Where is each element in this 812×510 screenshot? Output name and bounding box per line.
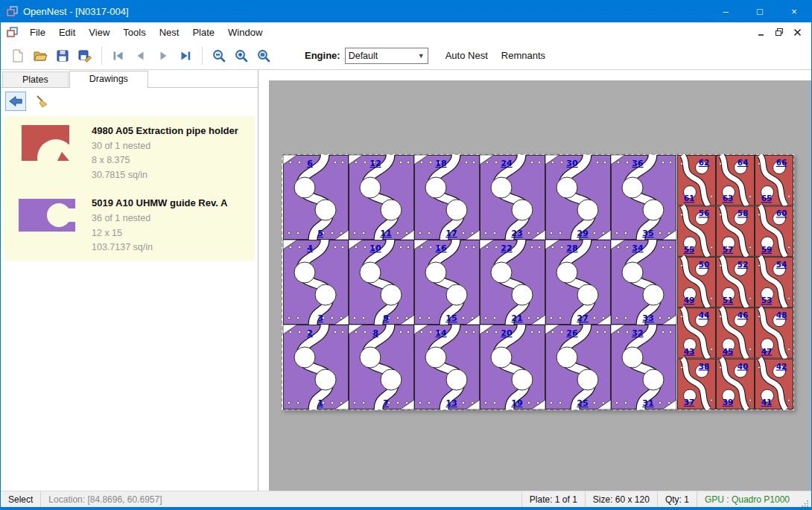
menu-nest[interactable]: Nest: [153, 24, 186, 41]
purple-part-pair[interactable]: 87: [349, 325, 414, 409]
menu-window[interactable]: Window: [221, 24, 269, 41]
save-as-icon: [77, 48, 92, 63]
broom-icon: [34, 94, 48, 109]
part-number-label: 18: [435, 159, 446, 168]
nav-next-button[interactable]: [152, 45, 174, 67]
remnants-button[interactable]: Remnants: [495, 46, 552, 65]
menu-view[interactable]: View: [82, 24, 116, 41]
red-part-pair[interactable]: 5857: [717, 205, 755, 256]
mdi-restore-icon[interactable]: [771, 25, 787, 39]
red-part-pair[interactable]: 6463: [717, 155, 755, 205]
open-button[interactable]: [29, 45, 51, 67]
nest-canvas[interactable]: 6512111817242330293635431091615222128273…: [269, 80, 811, 491]
purple-part-pair[interactable]: 2423: [480, 155, 545, 240]
drawing-info: 5019 A10 UHMW guide Rev. A 36 of 1 neste…: [92, 194, 227, 255]
tab-plates[interactable]: Plates: [2, 71, 69, 87]
red-part-pair[interactable]: 6059: [755, 205, 793, 256]
red-part-pair[interactable]: 5655: [678, 205, 716, 256]
nav-last-button[interactable]: [174, 45, 197, 67]
part-number-label: 30: [566, 159, 578, 168]
nest-drawing[interactable]: 6512111817242330293635431091615222128273…: [282, 154, 794, 410]
drawing-item-extraction-pipe-holder[interactable]: 4980 A05 Extraction pipe holder 30 of 1 …: [4, 116, 255, 188]
save-button[interactable]: [51, 45, 74, 67]
purple-part-pair[interactable]: 1817: [414, 155, 480, 240]
part-number-label: 11: [380, 229, 391, 238]
menu-tools[interactable]: Tools: [116, 24, 152, 41]
purple-part-pair[interactable]: 2827: [545, 240, 611, 325]
red-part-pair[interactable]: 4847: [755, 307, 793, 358]
menu-edit[interactable]: Edit: [52, 24, 82, 41]
mdi-close-icon[interactable]: [789, 25, 805, 39]
purple-part-pair[interactable]: 3029: [545, 155, 611, 240]
menu-file[interactable]: File: [23, 24, 52, 41]
red-part-pair[interactable]: 4039: [717, 359, 755, 409]
purple-part-pair[interactable]: 43: [283, 240, 349, 325]
nav-last-icon: [178, 48, 193, 63]
zoom-fit-button[interactable]: [253, 45, 275, 67]
part-number-label: 2: [307, 328, 313, 338]
purple-part-pair[interactable]: 3433: [611, 240, 676, 325]
tab-drawings[interactable]: Drawings: [69, 71, 148, 88]
engine-select[interactable]: Default ▼: [345, 48, 428, 64]
purple-part-pair[interactable]: 109: [349, 240, 414, 325]
sidebar: Plates Drawings: [1, 70, 258, 491]
part-number-label: 43: [684, 347, 695, 356]
purple-part-pair[interactable]: 3231: [611, 325, 676, 409]
part-number-label: 27: [577, 313, 588, 323]
red-part-pair[interactable]: 6261: [678, 155, 716, 205]
purple-part-pair[interactable]: 21: [283, 325, 349, 409]
part-number-label: 51: [723, 296, 734, 305]
nav-first-button[interactable]: [107, 45, 130, 67]
purple-part-pair[interactable]: 2019: [480, 325, 545, 409]
part-number-label: 10: [369, 243, 381, 253]
plate-size: Size: 60 x 120: [586, 491, 657, 507]
red-part-pair[interactable]: 4645: [717, 307, 755, 358]
red-part-pair[interactable]: 5049: [678, 257, 716, 307]
maximize-button[interactable]: □: [743, 0, 777, 22]
part-number-label: 14: [435, 328, 447, 338]
auto-nest-button[interactable]: Auto Nest: [439, 46, 495, 65]
return-part-button[interactable]: [5, 92, 26, 111]
new-file-button[interactable]: [7, 45, 29, 67]
zoom-in-button[interactable]: [230, 45, 253, 67]
clean-button[interactable]: [31, 92, 51, 111]
nest-viewport[interactable]: 6512111817242330293635431091615222128273…: [258, 70, 811, 491]
zoom-fit-icon: [256, 48, 271, 63]
part-number-label: 54: [776, 260, 787, 269]
part-number-label: 5: [317, 229, 323, 238]
part-number-label: 7: [383, 398, 389, 408]
purple-part-pair[interactable]: 2221: [480, 240, 545, 325]
resize-grip[interactable]: [797, 491, 811, 507]
purple-part-pair[interactable]: 1615: [414, 240, 480, 325]
drawing-item-uhmw-guide[interactable]: 5019 A10 UHMW guide Rev. A 36 of 1 neste…: [4, 188, 255, 261]
nav-previous-button[interactable]: [130, 45, 152, 67]
mdi-minimize-icon[interactable]: [753, 25, 770, 39]
purple-part-pair[interactable]: 65: [283, 155, 349, 240]
purple-part-pair[interactable]: 3635: [611, 155, 676, 240]
red-part-pair[interactable]: 4443: [678, 307, 716, 358]
minimize-button[interactable]: –: [708, 0, 743, 22]
part-number-label: 28: [566, 243, 577, 253]
red-part-pair[interactable]: 4241: [755, 359, 793, 409]
part-number-label: 21: [511, 313, 522, 323]
part-number-label: 16: [435, 243, 447, 253]
part-number-label: 34: [632, 243, 644, 253]
purple-part-pair[interactable]: 1413: [414, 325, 480, 409]
red-part-pair[interactable]: 3837: [678, 359, 716, 409]
purple-part-pair[interactable]: 2625: [545, 325, 611, 409]
part-number-label: 42: [776, 362, 787, 371]
purple-part-pair[interactable]: 1211: [349, 155, 414, 240]
part-number-label: 19: [511, 398, 522, 408]
engine-label: Engine:: [305, 50, 340, 61]
save-as-button[interactable]: [74, 45, 96, 67]
open-folder-icon: [33, 48, 48, 63]
zoom-out-button[interactable]: [208, 45, 230, 67]
menu-plate[interactable]: Plate: [185, 24, 221, 41]
red-part-pair[interactable]: 6665: [755, 155, 793, 205]
plate-sheet[interactable]: 6512111817242330293635431091615222128273…: [282, 154, 794, 410]
red-part-pair[interactable]: 5453: [755, 257, 793, 307]
close-button[interactable]: ×: [777, 0, 811, 22]
document-icon: [7, 26, 19, 38]
red-part-pair[interactable]: 5251: [717, 257, 755, 307]
zoom-in-icon: [234, 48, 249, 63]
